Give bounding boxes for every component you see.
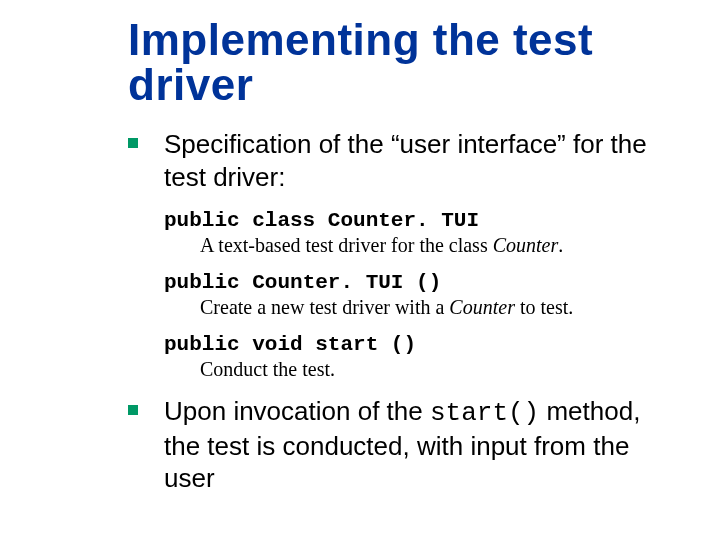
spec-signature: public class Counter. TUI [164,209,680,232]
sig-keywords: public [164,271,252,294]
desc-em: Counter [449,296,515,318]
sig-name: Counter. TUI () [252,271,441,294]
sig-name: Counter. TUI [328,209,479,232]
bullet-text: Upon invocation of the start() method, t… [164,395,680,495]
sig-name: start () [315,333,416,356]
desc-pre: Create a new test driver with a [200,296,449,318]
slide-body: Specification of the “user interface” fo… [128,128,680,505]
bullet-item: Upon invocation of the start() method, t… [128,395,680,495]
bullet-text-code: start() [430,398,539,428]
sig-keywords: public void [164,333,315,356]
desc-post: . [558,234,563,256]
bullet-text-pre: Upon invocation of the [164,396,430,426]
slide: Implementing the test driver Specificati… [0,0,720,540]
spec-signature: public void start () [164,333,680,356]
spec-description: Create a new test driver with a Counter … [200,296,680,319]
desc-pre: A text-based test driver for the class [200,234,493,256]
square-bullet-icon [128,138,138,148]
spec-block: public class Counter. TUI A text-based t… [164,209,680,381]
desc-pre: Conduct the test. [200,358,335,380]
sig-keywords: public class [164,209,328,232]
square-bullet-icon [128,405,138,415]
desc-post: to test. [515,296,573,318]
bullet-item: Specification of the “user interface” fo… [128,128,680,193]
spec-description: Conduct the test. [200,358,680,381]
slide-title: Implementing the test driver [128,18,680,108]
spec-signature: public Counter. TUI () [164,271,680,294]
spec-description: A text-based test driver for the class C… [200,234,680,257]
bullet-text: Specification of the “user interface” fo… [164,128,680,193]
desc-em: Counter [493,234,559,256]
